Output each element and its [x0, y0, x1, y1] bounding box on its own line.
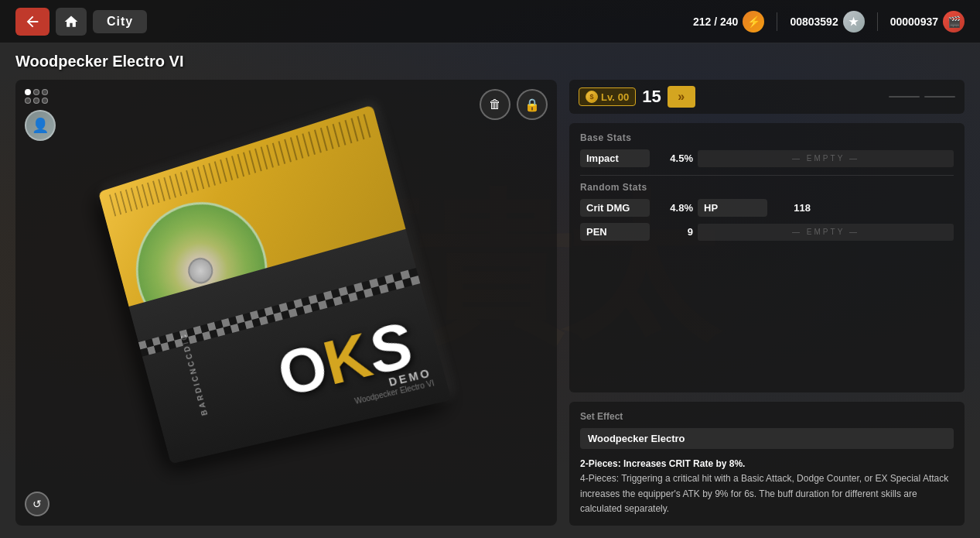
- cd-display: BARDICNCCDIC OKS DEMO Woodpecker Electro…: [15, 80, 557, 526]
- left-panel: 👤 🗑 🔒: [15, 80, 557, 526]
- left-panel-icons: 👤: [25, 89, 56, 141]
- dot-2: [33, 89, 39, 95]
- coin-resource: 00803592 ★: [790, 11, 864, 33]
- refresh-button[interactable]: ↺: [25, 492, 50, 516]
- set-name: Woodpecker Electro: [580, 428, 954, 449]
- crit-dmg-name: Crit DMG: [580, 199, 650, 217]
- cd-case: BARDICNCCDIC OKS DEMO Woodpecker Electro…: [98, 105, 452, 464]
- pen-row: PEN 9 — EMPTY —: [580, 223, 954, 241]
- impact-row: Impact 4.5% — EMPTY —: [580, 149, 954, 167]
- dot-4: [25, 98, 31, 104]
- ticket-resource: 00000937 🎬: [890, 11, 965, 33]
- impact-empty-bar: — EMPTY —: [698, 150, 954, 167]
- left-panel-actions: 🗑 🔒: [480, 89, 548, 120]
- battery-icon: ⚡: [743, 11, 764, 33]
- resource-divider-2: [877, 12, 878, 31]
- city-label: City: [93, 10, 147, 33]
- lv-value: 00: [618, 91, 629, 103]
- dot-6: [42, 98, 48, 104]
- lv-coin-icon: $: [586, 91, 598, 103]
- coin-icon: ★: [843, 11, 865, 33]
- pen-value: 9: [654, 226, 693, 238]
- base-stats-label: Base Stats: [580, 132, 954, 143]
- hp-name: HP: [698, 199, 767, 217]
- home-button[interactable]: [56, 8, 87, 36]
- dot-3: [42, 89, 48, 95]
- lock-button[interactable]: 🔒: [517, 89, 548, 120]
- dot-5: [33, 98, 39, 104]
- impact-name: Impact: [580, 149, 650, 167]
- lv-prefix: Lv.: [601, 91, 615, 103]
- dot-1: [25, 89, 31, 95]
- pen-name: PEN: [580, 223, 650, 241]
- cd-wrapper: BARDICNCCDIC OKS DEMO Woodpecker Electro…: [98, 94, 492, 492]
- content-row: 👤 🗑 🔒: [15, 80, 965, 526]
- lv-dash-2: [924, 96, 955, 98]
- lv-extra: [889, 96, 955, 98]
- back-icon: [24, 13, 41, 30]
- main-content: Woodpecker Electro VI 👤 🗑 🔒: [0, 43, 980, 538]
- level-bar: $ Lv. 00 15 »: [569, 80, 965, 114]
- lv-dash-1: [889, 96, 920, 98]
- coin-value: 00803592: [790, 15, 838, 28]
- resource-divider-1: [777, 12, 777, 31]
- topbar: City 212 / 240 ⚡ 00803592 ★ 00000937 🎬: [0, 0, 980, 43]
- stats-panel: Base Stats Impact 4.5% — EMPTY — Random …: [569, 123, 965, 392]
- lv-max: 15: [642, 87, 661, 107]
- set-desc-4pc: 4-Pieces: Triggering a critical hit with…: [580, 473, 948, 513]
- random-stats-label: Random Stats: [580, 182, 954, 193]
- resource-group: 212 / 240 ⚡ 00803592 ★ 00000937 🎬: [693, 11, 965, 33]
- crit-dmg-value: 4.8%: [654, 202, 693, 214]
- item-title: Woodpecker Electro VI: [15, 53, 965, 70]
- pen-empty-bar: — EMPTY —: [698, 224, 954, 241]
- back-button[interactable]: [15, 8, 50, 36]
- crit-dmg-row: Crit DMG 4.8% HP 118: [580, 199, 954, 217]
- set-desc-2pc: 2-Pieces: Increases CRIT Rate by 8%.: [580, 458, 745, 469]
- right-panel: $ Lv. 00 15 » Base Stats Impact 4.5%: [569, 80, 965, 526]
- avatar: 👤: [25, 110, 56, 141]
- hp-value: 118: [772, 202, 811, 214]
- delete-button[interactable]: 🗑: [480, 89, 510, 120]
- ticket-icon: 🎬: [943, 11, 965, 33]
- impact-value: 4.5%: [654, 152, 693, 164]
- stats-divider: [580, 175, 954, 176]
- ticket-value: 00000937: [890, 15, 938, 28]
- dot-grid: [25, 89, 56, 104]
- set-description: 2-Pieces: Increases CRIT Rate by 8%. 4-P…: [580, 457, 954, 516]
- lv-badge: $ Lv. 00: [579, 87, 636, 106]
- set-effect-panel: Set Effect Woodpecker Electro 2-Pieces: …: [569, 402, 965, 526]
- level-up-button[interactable]: »: [668, 86, 695, 108]
- home-icon: [63, 14, 79, 29]
- battery-value: 212 / 240: [693, 15, 738, 28]
- set-effect-label: Set Effect: [580, 411, 954, 422]
- battery-resource: 212 / 240 ⚡: [693, 11, 764, 33]
